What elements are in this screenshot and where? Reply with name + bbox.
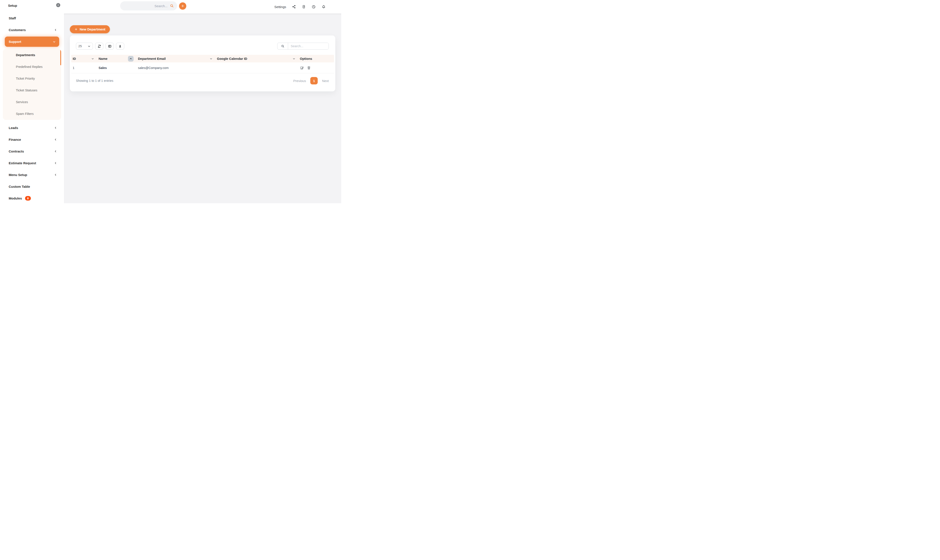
share-icon[interactable] <box>292 5 296 9</box>
new-department-button[interactable]: New Department <box>70 25 110 33</box>
columns-view-button[interactable] <box>106 43 114 49</box>
clock-icon[interactable] <box>312 5 316 9</box>
sidebar-item-menu-setup[interactable]: Menu Setup <box>0 169 64 181</box>
setup-sidebar: Setup Staff Customers Support <box>0 0 64 203</box>
sidebar-item-custom-table[interactable]: Custom Table <box>0 181 64 192</box>
tasks-icon[interactable] <box>302 5 306 9</box>
table-row: 1 Sales sales@Company.com <box>71 62 334 73</box>
submenu-item-services[interactable]: Services <box>3 96 61 108</box>
chevron-left-icon <box>54 173 57 176</box>
chevron-left-icon <box>54 138 57 141</box>
row-cell-email: sales@Company.com <box>138 66 217 69</box>
column-header-department-email[interactable]: Department Email <box>138 57 217 60</box>
page-length-select[interactable]: 25 <box>76 43 93 49</box>
notifications-bell-icon[interactable] <box>322 5 326 9</box>
sidebar-item-label: Staff <box>9 16 16 20</box>
sidebar-collapse-button[interactable] <box>56 3 60 7</box>
table-search-input[interactable] <box>288 43 329 49</box>
refresh-icon <box>97 45 101 48</box>
sidebar-item-staff[interactable]: Staff <box>0 12 64 24</box>
plus-icon <box>181 4 185 8</box>
row-cell-options <box>300 66 334 70</box>
sidebar-item-label: Custom Table <box>9 185 30 188</box>
column-header-google-calendar-id[interactable]: Google Calendar ID <box>217 57 300 60</box>
column-label: Google Calendar ID <box>217 57 247 60</box>
sort-chevron-down-icon[interactable] <box>91 57 94 60</box>
submenu-item-ticket-priority[interactable]: Ticket Priority <box>3 73 61 85</box>
pagination-next[interactable]: Next <box>322 79 329 83</box>
sidebar-item-label: Leads <box>9 126 18 130</box>
row-cell-name: Sales <box>98 66 138 69</box>
quick-add-button[interactable] <box>179 2 186 9</box>
edit-icon[interactable] <box>300 66 304 70</box>
submenu-item-ticket-statuses[interactable]: Ticket Statuses <box>3 85 61 96</box>
page-length-value: 25 <box>78 45 82 48</box>
sidebar-item-label: Finance <box>9 138 21 142</box>
reload-table-button[interactable] <box>95 43 103 49</box>
submenu-item-departments[interactable]: Departments <box>3 49 61 61</box>
sidebar-item-support[interactable]: Support <box>5 37 59 47</box>
column-header-options: Options <box>300 57 334 60</box>
entries-summary: Showing 1 to 1 of 1 entries <box>76 79 113 83</box>
new-department-label: New Department <box>80 28 105 31</box>
sidebar-header: Setup <box>0 0 64 12</box>
submenu-item-spam-filters[interactable]: Spam Filters <box>3 108 61 120</box>
support-submenu: Departments Predefined Replies Ticket Pr… <box>3 49 61 120</box>
sort-chevron-down-icon[interactable] <box>209 57 212 60</box>
column-header-name[interactable]: Name <box>98 56 138 62</box>
assigned-view-button[interactable] <box>116 43 124 49</box>
sort-active-chevron-up-icon[interactable] <box>128 56 134 62</box>
main-content: New Department 25 <box>64 14 341 203</box>
columns-icon <box>108 45 112 48</box>
table-footer: Showing 1 to 1 of 1 entries Previous 1 N… <box>76 76 329 86</box>
sidebar-title: Setup <box>8 4 17 8</box>
sidebar-item-customers[interactable]: Customers <box>0 24 64 36</box>
active-item-indicator <box>60 49 61 65</box>
sidebar-item-modules[interactable]: Modules 8 <box>0 192 64 203</box>
sidebar-item-label: Modules <box>9 197 22 200</box>
sidebar-item-label: Customers <box>9 28 26 32</box>
table-controls: 25 <box>76 43 124 49</box>
global-search-input[interactable]: Search... <box>120 1 177 11</box>
delete-trash-icon[interactable] <box>307 66 311 70</box>
chevron-down-icon <box>88 45 91 48</box>
row-actions <box>300 66 311 70</box>
chevron-down-icon <box>53 40 56 43</box>
sidebar-item-modules-left: Modules 8 <box>9 196 31 201</box>
pagination-page-1[interactable]: 1 <box>310 77 318 85</box>
pagination-previous[interactable]: Previous <box>293 79 306 83</box>
departments-table-card: 25 <box>70 35 335 91</box>
chevron-left-icon <box>57 4 59 6</box>
modules-count-badge: 8 <box>25 196 31 201</box>
sidebar-item-contracts[interactable]: Contracts <box>0 145 64 157</box>
sidebar-item-estimate-request[interactable]: Estimate Request <box>0 157 64 169</box>
submenu-item-predefined-replies[interactable]: Predefined Replies <box>3 61 61 73</box>
settings-link[interactable]: Settings <box>274 5 286 9</box>
sidebar-item-leads[interactable]: Leads <box>0 122 64 134</box>
screen: Search... Settings <box>0 0 341 203</box>
column-label: Name <box>98 57 108 60</box>
search-icon <box>170 4 174 8</box>
topbar-actions: Settings <box>274 0 326 14</box>
row-cell-id: 1 <box>71 66 98 69</box>
column-header-id[interactable]: ID <box>71 57 98 60</box>
search-icon <box>277 43 288 49</box>
chevron-left-icon <box>54 162 57 165</box>
sidebar-item-label: Support <box>9 40 22 43</box>
table-header-row: ID Name Department Email <box>71 55 334 62</box>
sort-chevron-down-icon[interactable] <box>292 57 295 60</box>
pagination: Previous 1 Next <box>293 77 329 85</box>
plus-icon <box>74 28 78 31</box>
global-search-placeholder: Search... <box>154 4 168 8</box>
table-search-group <box>277 43 329 49</box>
sidebar-item-label: Menu Setup <box>9 173 27 177</box>
chevron-left-icon <box>54 29 57 31</box>
chevron-left-icon <box>54 126 57 129</box>
column-label: Department Email <box>138 57 166 60</box>
sidebar-item-label: Contracts <box>9 149 24 153</box>
column-label: ID <box>73 57 76 60</box>
sidebar-bottom-group: Leads Finance Contracts Estimate Request <box>0 122 64 203</box>
sidebar-item-label: Estimate Request <box>9 161 36 165</box>
sidebar-item-finance[interactable]: Finance <box>0 134 64 145</box>
column-label: Options <box>300 57 312 60</box>
